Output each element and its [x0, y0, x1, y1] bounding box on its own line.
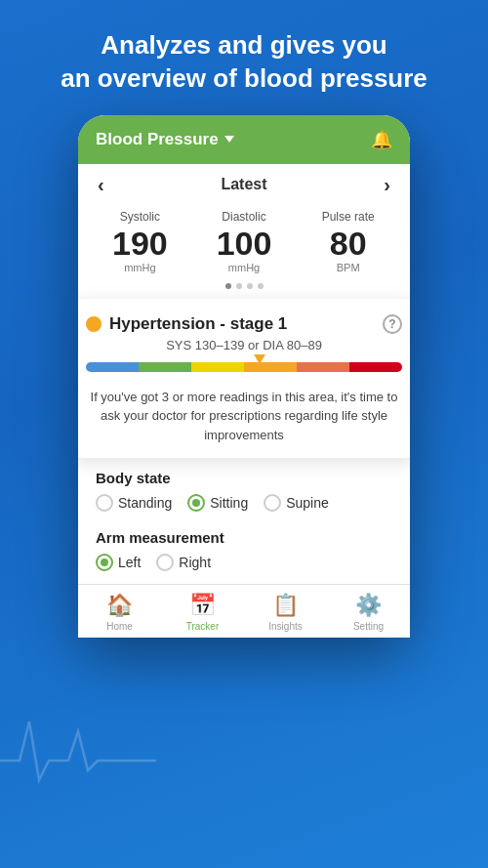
pulse-label: Pulse rate — [296, 210, 400, 224]
dropdown-arrow-icon[interactable] — [224, 136, 234, 143]
bottom-nav: 🏠 Home 📅 Tracker 📋 Insights ⚙️ Setting — [78, 584, 410, 638]
diastolic-label: Diastolic — [192, 210, 297, 224]
nav-tracker[interactable]: 📅 Tracker — [161, 593, 244, 632]
systolic-unit: mmHg — [88, 262, 192, 273]
supine-label: Supine — [286, 495, 329, 511]
body-state-sitting[interactable]: Sitting — [187, 494, 248, 512]
app-header: Blood Pressure 🔔 — [78, 115, 410, 164]
bar-indicator-icon — [254, 354, 265, 364]
bar-green — [139, 362, 191, 372]
phone-mockup: Blood Pressure 🔔 ‹ Latest › Systolic 190… — [78, 115, 410, 639]
prev-arrow-icon[interactable]: ‹ — [98, 174, 104, 196]
bar-red-light — [297, 362, 349, 372]
dot-1 — [225, 283, 231, 289]
metrics-row: Systolic 190 mmHg Diastolic 100 mmHg Pul… — [78, 202, 410, 277]
bell-icon[interactable]: 🔔 — [371, 129, 392, 150]
left-radio[interactable] — [96, 554, 113, 571]
dot-2 — [236, 283, 242, 289]
body-state-standing[interactable]: Standing — [96, 494, 172, 512]
hyp-title-row: Hypertension - stage 1 ? — [86, 314, 402, 334]
tracker-icon: 📅 — [189, 593, 216, 618]
pulse-unit: BPM — [296, 262, 400, 273]
dot-4 — [258, 283, 264, 289]
header-title: Analyzes and gives you an overview of bl… — [29, 29, 459, 96]
nav-setting[interactable]: ⚙️ Setting — [327, 593, 410, 632]
setting-icon: ⚙️ — [355, 593, 382, 618]
setting-label: Setting — [353, 621, 384, 632]
diastolic-metric: Diastolic 100 mmHg — [192, 210, 297, 273]
dot-3 — [247, 283, 253, 289]
status-dot-icon — [86, 316, 102, 332]
tracker-label: Tracker — [186, 621, 220, 632]
insights-label: Insights — [268, 621, 302, 632]
bar-yellow — [191, 362, 244, 372]
bar-orange — [244, 362, 297, 372]
right-label: Right — [179, 555, 211, 570]
nav-insights[interactable]: 📋 Insights — [244, 593, 327, 632]
pulse-metric: Pulse rate 80 BPM — [296, 210, 400, 273]
hyp-description: If you've got 3 or more readings in this… — [86, 388, 402, 445]
systolic-metric: Systolic 190 mmHg — [88, 210, 192, 273]
hyp-title: Hypertension - stage 1 — [109, 314, 375, 334]
nav-home[interactable]: 🏠 Home — [78, 593, 161, 632]
pulse-value: 80 — [296, 226, 400, 262]
help-icon[interactable]: ? — [383, 314, 402, 334]
hypertension-card: Hypertension - stage 1 ? SYS 130–139 or … — [78, 299, 410, 459]
arm-left[interactable]: Left — [96, 554, 141, 571]
sitting-label: Sitting — [210, 495, 248, 511]
body-state-options: Standing Sitting Supine — [96, 494, 392, 512]
home-label: Home — [106, 621, 133, 632]
left-label: Left — [118, 555, 141, 570]
arm-measurement-title: Arm measurement — [96, 529, 392, 546]
nav-label: Latest — [221, 176, 266, 193]
header-section: Analyzes and gives you an overview of bl… — [0, 0, 488, 115]
hyp-subtitle: SYS 130–139 or DIA 80–89 — [86, 338, 402, 352]
app-title: Blood Pressure — [96, 130, 219, 149]
arm-right[interactable]: Right — [156, 554, 211, 571]
body-state-supine[interactable]: Supine — [264, 494, 329, 512]
body-state-section: Body state Standing Sitting Supine — [78, 458, 410, 523]
app-title-row: Blood Pressure — [96, 130, 234, 149]
date-nav: ‹ Latest › — [78, 164, 410, 202]
blood-pressure-scale — [86, 362, 402, 372]
body-state-title: Body state — [96, 470, 392, 486]
home-icon: 🏠 — [106, 593, 133, 618]
standing-label: Standing — [118, 495, 172, 511]
systolic-value: 190 — [88, 226, 192, 262]
pagination-dots — [78, 277, 410, 299]
phone-inner: Blood Pressure 🔔 ‹ Latest › Systolic 190… — [78, 115, 410, 639]
arm-options: Left Right — [96, 554, 392, 571]
right-radio[interactable] — [156, 554, 174, 571]
arm-measurement-section: Arm measurement Left Right — [78, 523, 410, 583]
ecg-decoration — [0, 702, 156, 800]
systolic-label: Systolic — [88, 210, 192, 224]
sitting-radio[interactable] — [187, 494, 205, 512]
next-arrow-icon[interactable]: › — [384, 174, 390, 196]
color-bar-container — [86, 362, 402, 372]
bar-red — [349, 362, 402, 372]
bar-blue — [86, 362, 139, 372]
diastolic-value: 100 — [192, 226, 297, 262]
bar-indicator — [254, 354, 265, 364]
insights-icon: 📋 — [272, 593, 299, 618]
diastolic-unit: mmHg — [192, 262, 297, 273]
standing-radio[interactable] — [96, 494, 113, 512]
supine-radio[interactable] — [264, 494, 281, 512]
